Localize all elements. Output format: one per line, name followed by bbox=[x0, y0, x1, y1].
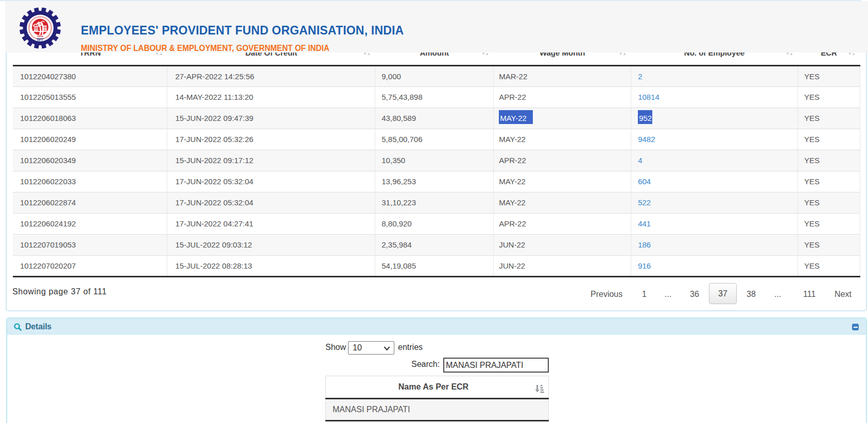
svg-text:INDIA: INDIA bbox=[37, 35, 43, 38]
